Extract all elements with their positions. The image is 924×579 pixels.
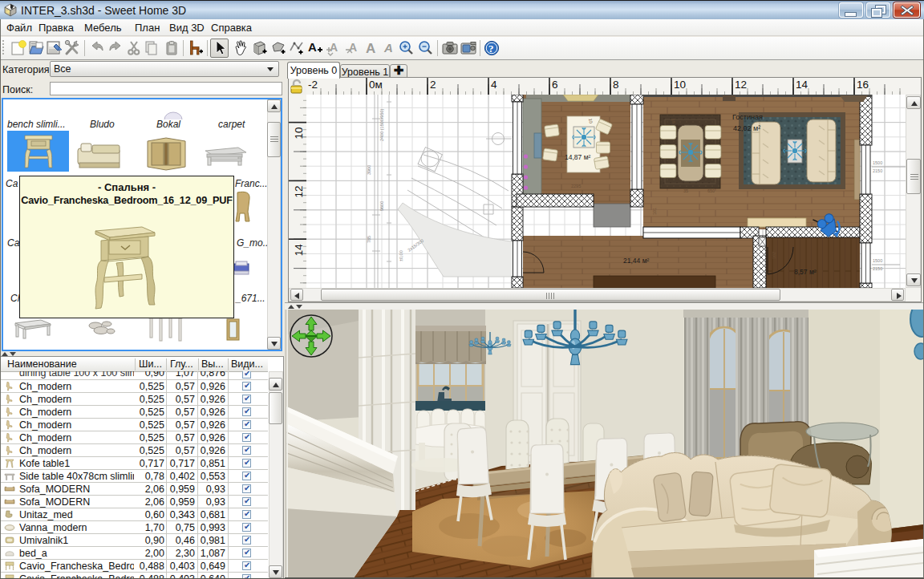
svg-text:A: A bbox=[308, 40, 317, 54]
svg-text:10: 10 bbox=[671, 118, 676, 123]
svg-text:650: 650 bbox=[707, 188, 715, 193]
svg-text:4: 4 bbox=[491, 79, 497, 91]
svg-text:3960: 3960 bbox=[367, 165, 371, 175]
svg-text:A: A bbox=[383, 41, 393, 55]
svg-text:-2: -2 bbox=[308, 79, 318, 91]
svg-text:14: 14 bbox=[796, 79, 808, 91]
svg-text:?: ? bbox=[488, 43, 494, 55]
svg-text:±0,00: ±0,00 bbox=[399, 250, 403, 261]
svg-text:10: 10 bbox=[293, 128, 305, 140]
svg-text:42,02 м²: 42,02 м² bbox=[733, 124, 760, 132]
svg-text:8: 8 bbox=[613, 79, 619, 91]
svg-text:16: 16 bbox=[857, 79, 869, 91]
svg-text:2150: 2150 bbox=[873, 168, 882, 173]
svg-text:A: A bbox=[349, 41, 357, 54]
svg-text:A: A bbox=[330, 41, 338, 54]
svg-text:102: 102 bbox=[772, 252, 776, 259]
svg-text:6: 6 bbox=[552, 79, 558, 91]
svg-text:14: 14 bbox=[293, 244, 305, 257]
svg-text:1500: 1500 bbox=[873, 160, 882, 165]
svg-text:Гостиная: Гостиная bbox=[732, 113, 763, 121]
svg-text:35: 35 bbox=[683, 188, 688, 193]
svg-text:21,44 м²: 21,44 м² bbox=[623, 257, 649, 265]
svg-text:2150: 2150 bbox=[873, 266, 882, 271]
svg-text:101: 101 bbox=[652, 208, 657, 215]
svg-text:2: 2 bbox=[430, 79, 436, 91]
svg-text:0м: 0м bbox=[369, 79, 383, 91]
svg-text:785: 785 bbox=[367, 236, 371, 243]
svg-text:2295: 2295 bbox=[571, 184, 581, 188]
svg-text:9600: 9600 bbox=[379, 201, 384, 211]
svg-text:12: 12 bbox=[293, 185, 305, 197]
svg-text:8,57 м²: 8,57 м² bbox=[794, 268, 817, 276]
svg-text:10: 10 bbox=[588, 118, 594, 123]
svg-text:10: 10 bbox=[674, 79, 686, 91]
svg-text:2400 (1500/950): 2400 (1500/950) bbox=[379, 108, 384, 141]
svg-text:14,87 м²: 14,87 м² bbox=[565, 153, 590, 161]
svg-text:1500: 1500 bbox=[873, 258, 882, 263]
svg-text:12: 12 bbox=[735, 79, 747, 91]
svg-text:A: A bbox=[366, 41, 375, 56]
